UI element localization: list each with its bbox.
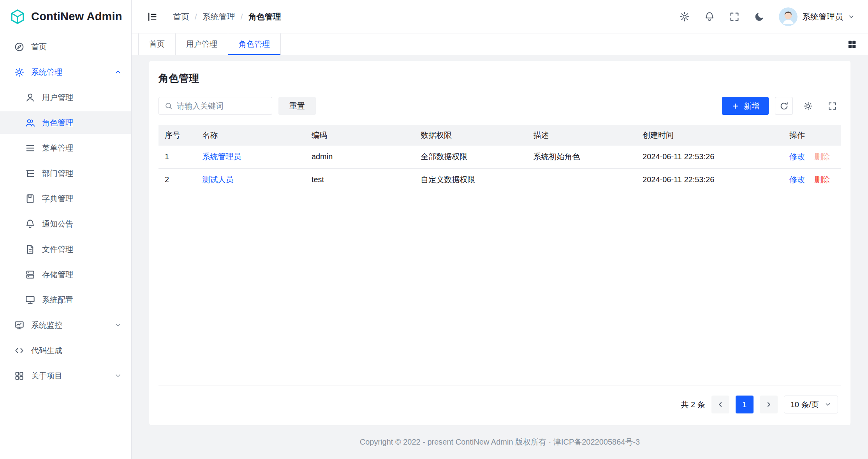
sidebar: ContiNew Admin 首页 系统管理 bbox=[0, 0, 132, 459]
sidebar-item-role-management[interactable]: 角色管理 bbox=[0, 111, 131, 134]
cell-index: 2 bbox=[158, 168, 196, 191]
sidebar-item-department-management[interactable]: 部门管理 bbox=[0, 162, 131, 185]
tree-list-icon bbox=[25, 168, 35, 179]
monitor-icon bbox=[14, 320, 25, 331]
table-settings-button[interactable] bbox=[799, 97, 817, 115]
breadcrumb-separator: / bbox=[241, 12, 243, 21]
cell-code: test bbox=[305, 168, 414, 191]
chevron-down-icon bbox=[114, 372, 122, 380]
column-header-actions: 操作 bbox=[783, 125, 841, 146]
sidebar-item-label: 菜单管理 bbox=[42, 143, 73, 153]
sidebar-item-user-management[interactable]: 用户管理 bbox=[0, 86, 131, 109]
reset-button[interactable]: 重置 bbox=[278, 97, 316, 115]
sidebar-collapse-icon[interactable] bbox=[146, 11, 158, 23]
cell-actions: 修改删除 bbox=[783, 146, 841, 168]
sidebar-item-storage-management[interactable]: 存储管理 bbox=[0, 263, 131, 286]
tab-user-management[interactable]: 用户管理 bbox=[176, 33, 228, 55]
sidebar-item-file-management[interactable]: 文件管理 bbox=[0, 238, 131, 260]
sidebar-item-label: 字典管理 bbox=[42, 193, 73, 204]
sidebar-item-label: 系统管理 bbox=[31, 67, 62, 77]
sidebar-item-system-config[interactable]: 系统配置 bbox=[0, 288, 131, 311]
current-page-button[interactable]: 1 bbox=[736, 396, 754, 413]
top-header: 首页 / 系统管理 / 角色管理 bbox=[132, 0, 868, 33]
footer: Copyright © 2022 - present ContiNew Admi… bbox=[149, 425, 850, 459]
cell-created: 2024-06-11 22:53:26 bbox=[636, 146, 783, 168]
tab-bar-tools bbox=[847, 33, 868, 55]
sidebar-item-label: 文件管理 bbox=[42, 244, 73, 255]
sidebar-menu: 首页 系统管理 用户管理 角色 bbox=[0, 33, 131, 390]
pagination: 共 2 条 1 10 条/页 bbox=[158, 385, 841, 425]
apps-icon bbox=[14, 371, 25, 381]
column-header-index: 序号 bbox=[158, 125, 196, 146]
page-title: 角色管理 bbox=[158, 72, 841, 85]
copyright-text: Copyright © 2022 - present ContiNew Admi… bbox=[360, 437, 640, 447]
cell-description: 系统初始角色 bbox=[527, 146, 636, 168]
fullscreen-icon[interactable] bbox=[729, 11, 740, 22]
role-name-link[interactable]: 测试人员 bbox=[202, 175, 233, 184]
chevron-down-icon bbox=[824, 401, 831, 408]
previous-page-button[interactable] bbox=[711, 396, 729, 413]
column-header-scope: 数据权限 bbox=[414, 125, 527, 146]
user-name: 系统管理员 bbox=[802, 11, 843, 22]
edit-link[interactable]: 修改 bbox=[789, 175, 805, 184]
chevron-up-icon bbox=[114, 68, 122, 76]
dark-mode-moon-icon[interactable] bbox=[754, 11, 765, 22]
sidebar-item-label: 系统监控 bbox=[31, 320, 62, 331]
next-page-button[interactable] bbox=[760, 396, 778, 413]
menu-lines-icon bbox=[25, 143, 35, 153]
breadcrumb-current: 角色管理 bbox=[248, 11, 281, 22]
sidebar-item-home[interactable]: 首页 bbox=[0, 35, 131, 58]
column-header-code: 编码 bbox=[305, 125, 414, 146]
breadcrumb-section[interactable]: 系统管理 bbox=[202, 11, 235, 22]
settings-icon[interactable] bbox=[679, 11, 690, 22]
tab-label: 首页 bbox=[149, 39, 165, 49]
users-icon bbox=[25, 118, 35, 128]
table-row: 1 系统管理员 admin 全部数据权限 系统初始角色 2024-06-11 2… bbox=[158, 146, 841, 168]
settings-icon bbox=[14, 67, 25, 77]
table-header-row: 序号 名称 编码 数据权限 描述 创建时间 操作 bbox=[158, 125, 841, 146]
content-area: 角色管理 重置 新增 bbox=[132, 55, 868, 459]
sidebar-item-label: 代码生成 bbox=[31, 345, 62, 356]
tab-actions-grid-icon[interactable] bbox=[847, 39, 857, 49]
refresh-button[interactable] bbox=[775, 97, 793, 115]
sidebar-item-notice[interactable]: 通知公告 bbox=[0, 213, 131, 235]
app-logo-icon bbox=[9, 9, 26, 25]
search-input[interactable] bbox=[177, 102, 266, 111]
role-name-link[interactable]: 系统管理员 bbox=[202, 152, 241, 161]
delete-link[interactable]: 删除 bbox=[814, 175, 830, 184]
sidebar-item-dictionary-management[interactable]: 字典管理 bbox=[0, 187, 131, 210]
roles-table: 序号 名称 编码 数据权限 描述 创建时间 操作 1 bbox=[158, 125, 841, 191]
add-button-label: 新增 bbox=[744, 101, 759, 111]
user-menu[interactable]: 系统管理员 bbox=[779, 7, 855, 26]
column-header-created: 创建时间 bbox=[636, 125, 783, 146]
main-area: 首页 / 系统管理 / 角色管理 bbox=[132, 0, 868, 459]
tab-label: 角色管理 bbox=[239, 39, 270, 49]
cell-code: admin bbox=[305, 146, 414, 168]
search-box bbox=[158, 97, 272, 115]
sidebar-item-menu-management[interactable]: 菜单管理 bbox=[0, 137, 131, 159]
edit-link[interactable]: 修改 bbox=[789, 152, 805, 161]
role-management-card: 角色管理 重置 新增 bbox=[149, 61, 850, 425]
delete-link: 删除 bbox=[814, 152, 830, 161]
sidebar-item-about-project[interactable]: 关于项目 bbox=[0, 364, 131, 387]
sidebar-item-label: 存储管理 bbox=[42, 269, 73, 280]
cell-scope: 全部数据权限 bbox=[414, 146, 527, 168]
user-icon bbox=[25, 92, 35, 103]
sidebar-item-system-management[interactable]: 系统管理 bbox=[0, 61, 131, 83]
sidebar-item-code-generation[interactable]: 代码生成 bbox=[0, 339, 131, 362]
search-icon bbox=[164, 102, 173, 110]
notifications-bell-icon[interactable] bbox=[704, 11, 715, 22]
table-container: 序号 名称 编码 数据权限 描述 创建时间 操作 1 bbox=[158, 125, 841, 385]
tab-home[interactable]: 首页 bbox=[138, 33, 176, 55]
cell-created: 2024-06-11 22:53:26 bbox=[636, 168, 783, 191]
page-size-select[interactable]: 10 条/页 bbox=[784, 396, 838, 413]
app-logo[interactable]: ContiNew Admin bbox=[0, 0, 131, 33]
breadcrumb-home[interactable]: 首页 bbox=[173, 11, 189, 22]
sidebar-item-system-monitor[interactable]: 系统监控 bbox=[0, 314, 131, 336]
sidebar-item-label: 角色管理 bbox=[42, 118, 73, 128]
table-fullscreen-button[interactable] bbox=[823, 97, 841, 115]
add-button[interactable]: 新增 bbox=[722, 97, 769, 115]
toolbar: 重置 新增 bbox=[158, 97, 841, 115]
tab-role-management[interactable]: 角色管理 bbox=[228, 33, 281, 55]
bell-icon bbox=[25, 219, 35, 229]
